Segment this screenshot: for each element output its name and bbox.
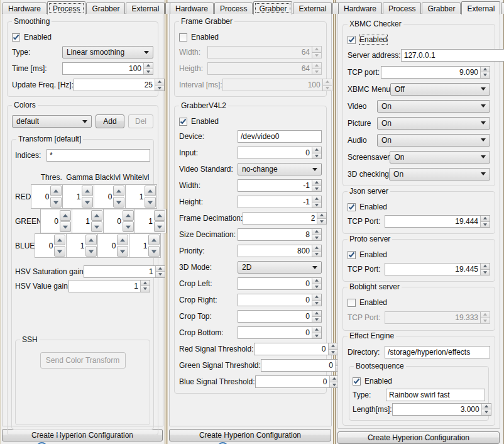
blue-whitelvl-spinbox[interactable]	[129, 233, 161, 258]
server-address-input[interactable]	[401, 49, 504, 62]
spin-down-button[interactable]	[312, 300, 321, 306]
spin-down-button[interactable]	[54, 246, 65, 257]
proto-port-spinbox[interactable]	[385, 263, 490, 275]
tcp-port-input[interactable]	[381, 67, 480, 78]
smoothing-enabled-checkbox[interactable]	[12, 33, 20, 42]
create-configuration-button[interactable]: Create Hyperion Configuration	[337, 431, 500, 444]
spin-down-button[interactable]	[317, 218, 326, 225]
spin-up-button[interactable]	[145, 186, 156, 196]
spin-down-button[interactable]	[155, 85, 164, 91]
create-configuration-button[interactable]: Create Hyperion Configuration	[169, 429, 331, 441]
spin-up-button[interactable]	[481, 264, 490, 269]
spin-down-button[interactable]	[117, 246, 128, 257]
crop-top-input[interactable]	[238, 311, 312, 322]
hsv-value-input[interactable]	[69, 280, 140, 292]
spin-down-button[interactable]	[141, 286, 150, 292]
boot-length-input[interactable]	[393, 404, 481, 415]
blue-blacklvl-input[interactable]	[98, 234, 116, 257]
hsv-saturation-input[interactable]	[84, 266, 155, 277]
red-threshold-input[interactable]	[255, 343, 328, 355]
spin-down-button[interactable]	[482, 409, 491, 415]
priority-spinbox[interactable]	[238, 245, 322, 257]
blue-gamma-spinbox[interactable]	[66, 233, 98, 258]
spin-down-button[interactable]	[82, 197, 93, 208]
red-blacklvl-spinbox[interactable]	[94, 184, 126, 209]
v4l2-height-input[interactable]	[238, 196, 312, 208]
spin-up-button[interactable]	[144, 63, 153, 69]
xbmc-enabled-checkbox[interactable]	[348, 36, 356, 44]
green-threshold-spinbox[interactable]	[261, 359, 345, 372]
smoothing-time-spinbox[interactable]	[62, 62, 153, 75]
green-whitelvl-spinbox[interactable]	[134, 209, 167, 233]
picture-combo[interactable]: On	[377, 117, 490, 130]
tab-ssh[interactable]: SSH	[501, 3, 504, 14]
blue-blacklvl-spinbox[interactable]	[97, 233, 129, 258]
spin-up-button[interactable]	[312, 196, 321, 202]
crop-left-input[interactable]	[238, 278, 312, 289]
red-blacklvl-input[interactable]	[94, 185, 112, 208]
spin-up-button[interactable]	[482, 404, 491, 409]
json-enabled-checkbox[interactable]	[348, 203, 356, 211]
crop-right-spinbox[interactable]	[238, 294, 322, 306]
json-port-input[interactable]	[385, 216, 480, 227]
spin-up-button[interactable]	[155, 79, 164, 85]
proto-enabled-checkbox[interactable]	[348, 251, 356, 259]
spin-down-button[interactable]	[144, 69, 153, 75]
red-whitelvl-spinbox[interactable]	[125, 184, 157, 209]
tab-external[interactable]: External	[126, 3, 165, 14]
crop-bottom-input[interactable]	[238, 327, 312, 338]
spin-down-button[interactable]	[312, 186, 321, 192]
tcp-port-spinbox[interactable]	[381, 66, 490, 79]
green-blacklvl-spinbox[interactable]	[103, 209, 135, 233]
spin-down-button[interactable]	[145, 197, 156, 208]
spin-up-button[interactable]	[85, 235, 97, 245]
spin-up-button[interactable]	[312, 229, 321, 235]
boot-enabled-checkbox[interactable]	[353, 377, 361, 386]
spin-up-button[interactable]	[141, 280, 150, 286]
spin-down-button[interactable]	[60, 221, 71, 232]
indices-input[interactable]	[47, 149, 150, 162]
v4l2-width-input[interactable]	[238, 180, 312, 191]
spin-down-button[interactable]	[148, 246, 160, 257]
spin-down-button[interactable]	[85, 246, 97, 257]
blue-thres-spinbox[interactable]	[35, 233, 67, 258]
spin-up-button[interactable]	[312, 147, 321, 153]
smoothing-freq-input[interactable]	[74, 79, 155, 91]
spin-up-button[interactable]	[91, 210, 102, 221]
red-whitelvl-input[interactable]	[126, 185, 144, 208]
spin-down-button[interactable]	[113, 197, 124, 208]
spin-down-button[interactable]	[329, 349, 337, 355]
spin-up-button[interactable]	[317, 213, 326, 218]
input-spinbox[interactable]	[238, 147, 322, 159]
spin-up-button[interactable]	[329, 343, 337, 349]
frame-grabber-enabled-checkbox[interactable]	[179, 33, 187, 42]
spin-up-button[interactable]	[312, 294, 321, 300]
green-thres-spinbox[interactable]	[40, 209, 72, 233]
tab-process[interactable]: Process	[47, 1, 85, 14]
spin-up-button[interactable]	[82, 186, 93, 196]
red-thres-input[interactable]	[31, 185, 50, 208]
spin-down-button[interactable]	[312, 284, 321, 290]
v4l2-width-spinbox[interactable]	[238, 179, 322, 192]
blue-threshold-spinbox[interactable]	[255, 375, 339, 388]
spin-down-button[interactable]	[481, 72, 490, 78]
spin-up-button[interactable]	[54, 235, 65, 245]
screensaver-combo[interactable]: On	[390, 151, 490, 164]
spin-down-button[interactable]	[481, 221, 490, 228]
mode-3d-combo[interactable]: 2D	[238, 261, 322, 274]
xbmc-menu-combo[interactable]: Off	[390, 83, 490, 96]
blue-gamma-input[interactable]	[67, 234, 85, 257]
spin-up-button[interactable]	[312, 278, 321, 284]
spin-down-button[interactable]	[154, 221, 165, 232]
priority-input[interactable]	[238, 245, 312, 257]
green-gamma-spinbox[interactable]	[72, 209, 104, 233]
red-gamma-input[interactable]	[63, 185, 81, 208]
boblight-enabled-checkbox[interactable]	[348, 299, 356, 307]
smoothing-type-combo[interactable]: Linear smoothing	[62, 46, 153, 58]
hsv-value-spinbox[interactable]	[68, 280, 150, 292]
spin-up-button[interactable]	[60, 210, 71, 221]
spin-up-button[interactable]	[117, 235, 128, 245]
frame-decimation-input[interactable]	[243, 213, 317, 224]
spin-down-button[interactable]	[312, 153, 321, 159]
spin-down-button[interactable]	[312, 202, 321, 208]
